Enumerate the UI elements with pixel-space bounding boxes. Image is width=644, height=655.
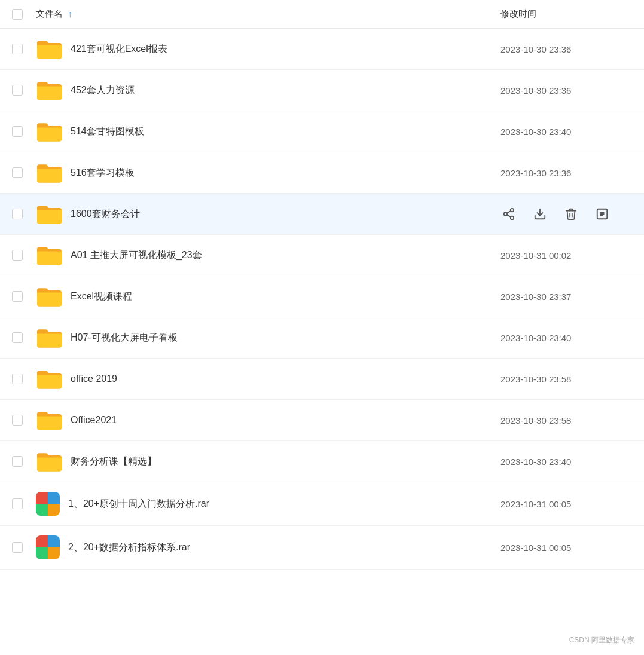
file-name-text: 516套学习模板	[71, 167, 135, 179]
list-item[interactable]: 452套人力资源 2023-10-30 23:36	[0, 70, 644, 111]
date-column-header: 修改时间	[500, 8, 632, 20]
file-date: 2023-10-30 23:36	[500, 85, 632, 96]
row-checkbox[interactable]	[12, 85, 23, 96]
folder-icon	[36, 38, 62, 60]
file-name-text: 2、20+数据分析指标体系.rar	[68, 541, 190, 554]
list-item[interactable]: 1、20+原创十周入门数据分析.rar 2023-10-31 00:05	[0, 482, 644, 526]
delete-button[interactable]	[563, 206, 579, 222]
folder-icon	[36, 79, 62, 101]
list-item[interactable]: Office2021 2023-10-30 23:58	[0, 400, 644, 441]
row-checkbox[interactable]	[12, 250, 23, 261]
download-button[interactable]	[532, 206, 548, 222]
svg-line-3	[507, 215, 511, 217]
file-name-text: 421套可视化Excel报表	[71, 43, 167, 56]
file-date: 2023-10-30 23:37	[500, 292, 632, 302]
file-name-cell: office 2019	[36, 368, 500, 390]
header-checkbox-area	[12, 9, 36, 20]
row-checkbox-area	[12, 85, 36, 96]
file-date: 2023-10-30 23:36	[500, 44, 632, 54]
row-checkbox-area	[12, 332, 36, 343]
share-button[interactable]	[500, 206, 517, 222]
row-action-buttons	[500, 206, 632, 222]
list-item[interactable]: 1600套财务会计	[0, 194, 644, 235]
file-name-cell: 421套可视化Excel报表	[36, 38, 500, 60]
folder-icon	[36, 286, 62, 307]
folder-icon	[36, 121, 62, 142]
file-name-cell: Excel视频课程	[36, 286, 500, 307]
row-checkbox-area	[12, 542, 36, 553]
row-checkbox[interactable]	[12, 167, 23, 178]
file-name-cell: 516套学习模板	[36, 162, 500, 183]
file-name-cell: Office2021	[36, 409, 500, 431]
rar-file-icon	[36, 492, 60, 516]
file-name-cell: H07-可视化大屏电子看板	[36, 327, 500, 348]
folder-icon	[36, 409, 62, 431]
row-checkbox[interactable]	[12, 542, 23, 553]
file-date: 2023-10-30 23:40	[500, 127, 632, 137]
row-checkbox-area	[12, 456, 36, 467]
watermark: CSDN 阿里数据专家	[569, 635, 634, 645]
info-button[interactable]	[594, 206, 611, 222]
list-item[interactable]: 516套学习模板 2023-10-30 23:36	[0, 152, 644, 194]
file-name-cell: 1、20+原创十周入门数据分析.rar	[36, 492, 500, 516]
row-checkbox[interactable]	[12, 332, 23, 343]
list-item[interactable]: 财务分析课【精选】 2023-10-30 23:40	[0, 441, 644, 482]
row-checkbox[interactable]	[12, 498, 23, 509]
row-checkbox[interactable]	[12, 209, 23, 219]
file-name-text: A01 主推大屏可视化模板_23套	[71, 249, 202, 262]
filename-column-header: 文件名 ↑	[36, 8, 500, 20]
list-header: 文件名 ↑ 修改时间	[0, 0, 644, 29]
folder-icon	[36, 244, 62, 266]
file-name-cell: A01 主推大屏可视化模板_23套	[36, 244, 500, 266]
file-name-text: office 2019	[71, 374, 117, 384]
list-item[interactable]: 421套可视化Excel报表 2023-10-30 23:36	[0, 29, 644, 70]
file-name-text: Office2021	[71, 415, 117, 426]
file-list: 文件名 ↑ 修改时间 421套可视化Excel报表 2023-10-30 23:…	[0, 0, 644, 570]
row-checkbox[interactable]	[12, 126, 23, 137]
file-name-cell: 1600套财务会计	[36, 203, 500, 225]
file-name-text: 514套甘特图模板	[71, 126, 144, 138]
file-date: 2023-10-30 23:58	[500, 415, 632, 426]
row-checkbox[interactable]	[12, 456, 23, 467]
list-item[interactable]: office 2019 2023-10-30 23:58	[0, 359, 644, 400]
file-name-text: H07-可视化大屏电子看板	[71, 332, 178, 344]
header-checkbox[interactable]	[12, 9, 23, 20]
file-date: 2023-10-30 23:58	[500, 374, 632, 384]
list-item[interactable]: A01 主推大屏可视化模板_23套 2023-10-31 00:02	[0, 235, 644, 276]
file-name-text: 1、20+原创十周入门数据分析.rar	[68, 498, 209, 510]
file-date: 2023-10-30 23:36	[500, 168, 632, 178]
file-name-text: 1600套财务会计	[71, 208, 140, 221]
file-name-cell: 2、20+数据分析指标体系.rar	[36, 535, 500, 559]
sort-icon[interactable]: ↑	[68, 9, 72, 20]
file-date: 2023-10-31 00:05	[500, 543, 632, 553]
list-item[interactable]: 514套甘特图模板 2023-10-30 23:40	[0, 111, 644, 152]
list-item[interactable]: 2、20+数据分析指标体系.rar 2023-10-31 00:05	[0, 526, 644, 570]
file-name-text: 452套人力资源	[71, 84, 135, 97]
row-checkbox-area	[12, 44, 36, 54]
row-checkbox[interactable]	[12, 374, 23, 384]
file-date: 2023-10-31 00:05	[500, 499, 632, 509]
filename-label: 文件名	[36, 8, 63, 20]
row-checkbox[interactable]	[12, 291, 23, 302]
svg-line-4	[507, 211, 511, 213]
file-date: 2023-10-30 23:40	[500, 333, 632, 343]
row-checkbox-area	[12, 126, 36, 137]
row-checkbox-area	[12, 374, 36, 384]
list-item[interactable]: H07-可视化大屏电子看板 2023-10-30 23:40	[0, 317, 644, 359]
file-name-cell: 财务分析课【精选】	[36, 451, 500, 472]
row-checkbox-area	[12, 209, 36, 219]
file-date: 2023-10-31 00:02	[500, 250, 632, 261]
folder-icon	[36, 368, 62, 390]
row-checkbox-area	[12, 250, 36, 261]
file-name-cell: 452套人力资源	[36, 79, 500, 101]
file-date: 2023-10-30 23:40	[500, 457, 632, 467]
folder-icon	[36, 162, 62, 183]
folder-icon	[36, 327, 62, 348]
list-item[interactable]: Excel视频课程 2023-10-30 23:37	[0, 276, 644, 317]
row-checkbox[interactable]	[12, 415, 23, 426]
folder-icon	[36, 203, 62, 225]
file-name-text: 财务分析课【精选】	[71, 455, 157, 468]
row-checkbox-area	[12, 167, 36, 178]
row-checkbox[interactable]	[12, 44, 23, 54]
file-name-cell: 514套甘特图模板	[36, 121, 500, 142]
